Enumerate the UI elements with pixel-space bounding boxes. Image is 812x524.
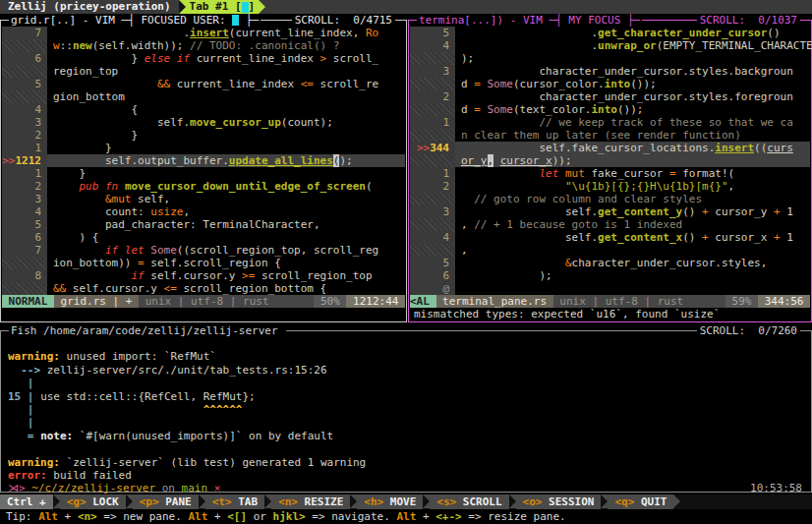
line-number: 2 bbox=[2, 129, 47, 142]
pane-title-left: termina[...]) - VIM ─┤ MY FOCUS ├─ bbox=[417, 14, 642, 27]
code-line: ion_bottom)) = self.scroll_region { bbox=[2, 257, 405, 269]
code-line: >>1212 self.output_buffer.update_all_lin… bbox=[2, 154, 405, 167]
code-line: , bbox=[410, 244, 810, 257]
terminal-line: warning: unused import: `RefMut` bbox=[8, 350, 804, 363]
pane-title-left: grid.r[..] - VIM ─┤ FOCUSED USER: ├─ bbox=[9, 14, 261, 27]
scroll-indicator: SCROLL: 0/4715 bbox=[292, 14, 395, 27]
line-number bbox=[410, 244, 455, 257]
terminal-line: error: build failed bbox=[8, 469, 804, 482]
code-line: 1 let mut fake_cursor = format!( bbox=[410, 167, 810, 180]
code-line: 5 .get_character_under_cursor() bbox=[410, 27, 810, 39]
powerline-separator-icon bbox=[199, 495, 205, 508]
code-line: 3 &mut self, bbox=[2, 193, 405, 205]
code-line: && self.cursor.y <= scroll_region_bottom… bbox=[2, 282, 405, 295]
terminal-line: | bbox=[8, 377, 804, 389]
code-line: n clear them up later (see render functi… bbox=[410, 129, 810, 142]
line-number: 6 bbox=[2, 52, 47, 65]
statusline-segment: 59% bbox=[725, 295, 758, 308]
terminal-output: warning: unused import: `RefMut` --> zel… bbox=[8, 337, 804, 495]
code-line: 5 pad_character: TerminalCharacter, bbox=[2, 218, 405, 231]
line-number: 4 bbox=[410, 39, 455, 52]
line-number bbox=[410, 218, 455, 231]
session-name: Zellij (pricey-operation) bbox=[0, 0, 179, 14]
pane-terminal-pane-rs[interactable]: termina[...]) - VIM ─┤ MY FOCUS ├─ SCROL… bbox=[408, 14, 812, 324]
powerline-separator-icon bbox=[179, 0, 186, 14]
code-line: 2 pub fn move_cursor_down_until_edge_of_… bbox=[2, 180, 405, 193]
line-number: 6 bbox=[2, 231, 47, 244]
line-number: 3 bbox=[410, 65, 455, 78]
code-line: 5 && current_line_index <= scroll_re bbox=[2, 78, 405, 90]
tip-bar: Tip: Alt + <n> => new pane. Alt + <[] or… bbox=[0, 509, 812, 524]
code-line: 1 } bbox=[2, 142, 405, 154]
keybar-resize[interactable]: <n> RESIZE bbox=[271, 495, 350, 509]
powerline-separator-icon bbox=[259, 0, 265, 14]
code-line: , // + 1 because goto is 1 indexed bbox=[410, 218, 810, 231]
keybar-scroll[interactable]: <s> SCROLL bbox=[430, 495, 508, 509]
line-number: 3 bbox=[2, 193, 47, 205]
code-line: 1 } bbox=[2, 167, 405, 180]
code-line: ); bbox=[410, 52, 810, 65]
code-line: gion_bottom bbox=[2, 90, 405, 103]
line-number: 5 bbox=[410, 27, 455, 39]
tab-1[interactable]: Tab #1 [] bbox=[186, 0, 260, 14]
code-area[interactable]: 5 .get_character_under_cursor()4 .unwrap… bbox=[410, 27, 810, 295]
line-number: >>1212 bbox=[2, 154, 47, 167]
code-line: region_top bbox=[2, 65, 405, 78]
line-number bbox=[410, 154, 455, 167]
powerline-separator-icon bbox=[53, 495, 60, 508]
code-line: 1 // we keep track of these so that we c… bbox=[410, 116, 810, 129]
vim-statusline: <AL terminal_pane.rs unix | utf-8 | rust… bbox=[410, 295, 810, 308]
keybar-tab[interactable]: <t> TAB bbox=[205, 495, 264, 509]
terminal-line: --> zellij-server/src/./unit/tab_tests.r… bbox=[8, 364, 804, 377]
statusline-segment: unix | utf-8 | rust bbox=[139, 295, 314, 308]
line-number bbox=[410, 129, 455, 142]
tab-cursor-block bbox=[242, 2, 249, 13]
powerline-separator-icon bbox=[509, 495, 516, 508]
pane-grid-rs[interactable]: grid.r[..] - VIM ─┤ FOCUSED USER: ├─ SCR… bbox=[0, 14, 407, 324]
line-number: 2 bbox=[410, 90, 455, 103]
line-number: 4 bbox=[410, 231, 455, 244]
code-line: 8 if self.cursor.y >= scroll_region_top bbox=[2, 269, 405, 282]
terminal-line: = note: `#[warn(unused_imports)]` on by … bbox=[8, 430, 804, 442]
code-line: 4 self.get_content_x() + cursor_x + 1 bbox=[410, 231, 810, 244]
keybar-move[interactable]: <h> MOVE bbox=[357, 495, 423, 509]
pane-fish-shell[interactable]: Fish /home/aram/code/zellij/zellij-serve… bbox=[0, 324, 812, 495]
line-number: 2 bbox=[410, 180, 455, 193]
code-line: 3 self.move_cursor_up(count); bbox=[2, 116, 405, 129]
keybar-quit[interactable]: <q> QUIT bbox=[608, 495, 673, 509]
keybar-pane[interactable]: <p> PANE bbox=[133, 495, 199, 509]
line-number bbox=[410, 193, 455, 205]
line-number: 6 bbox=[410, 269, 455, 282]
code-line: 6 ) { bbox=[2, 231, 405, 244]
terminal-line: ⋊> ~/c/z/zellij-server on main × bbox=[8, 482, 804, 495]
tab-label-end: ] bbox=[249, 0, 256, 14]
terminal-line: 15 | use std::cell::{RefCell, RefMut}; bbox=[8, 390, 804, 403]
zellij-screen: Zellij (pricey-operation) Tab #1 [] grid… bbox=[0, 0, 812, 524]
code-line: 4 count: usize, bbox=[2, 205, 405, 218]
tab-label: Tab #1 [ bbox=[190, 0, 242, 14]
keybar-lock[interactable]: <g> LOCK bbox=[60, 495, 126, 509]
code-area[interactable]: 7 .insert(current_line_index, Row::new(s… bbox=[2, 27, 405, 295]
pane-title-left: Fish /home/aram/code/zellij/zellij-serve… bbox=[9, 324, 286, 337]
statusline-segment: 1212:44 bbox=[346, 295, 405, 308]
terminal-line: | ^^^^^^ bbox=[8, 403, 804, 416]
line-number: >>344 bbox=[410, 142, 455, 154]
code-line: 6 ); bbox=[410, 269, 810, 282]
code-line: d = Some(cursor_color.into()); bbox=[410, 78, 810, 90]
powerline-separator-icon bbox=[673, 495, 680, 508]
line-number: 5 bbox=[410, 257, 455, 269]
line-number: 8 bbox=[2, 269, 47, 282]
code-line: 4 .unwrap_or(EMPTY_TERMINAL_CHARACTER bbox=[410, 39, 810, 52]
code-line: 7 .insert(current_line_index, Ro bbox=[2, 27, 405, 39]
code-line: 2 } bbox=[2, 129, 405, 142]
keybar-session[interactable]: <o> SESSION bbox=[516, 495, 602, 509]
terminal-line bbox=[8, 337, 804, 350]
code-line: 5 &character_under_cursor.styles, bbox=[410, 257, 810, 269]
code-line: or_y, cursor_x)); bbox=[410, 154, 810, 167]
terminal-line: | bbox=[8, 416, 804, 429]
line-number bbox=[2, 39, 47, 52]
code-line: @ bbox=[410, 282, 810, 295]
code-line: d = Some(text_color.into()); bbox=[410, 103, 810, 116]
line-number bbox=[2, 65, 47, 78]
tab-bar: Zellij (pricey-operation) Tab #1 [] bbox=[0, 0, 812, 14]
